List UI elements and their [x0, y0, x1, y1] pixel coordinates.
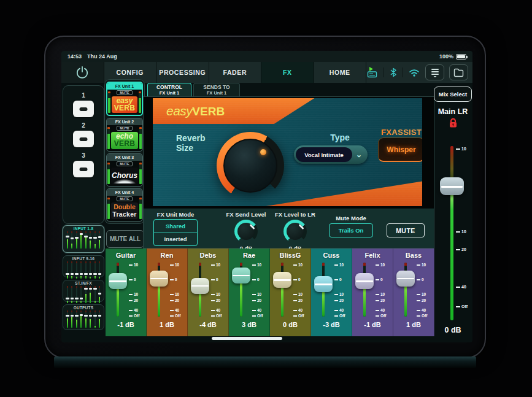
- power-button[interactable]: [61, 62, 104, 83]
- meter-bank-outputs[interactable]: OUTPUTS: [63, 304, 104, 330]
- meter-bank-st-in-fx[interactable]: ST.IN/FX: [63, 280, 104, 302]
- bluetooth-icon[interactable]: [389, 67, 398, 78]
- softkey-label: 3: [82, 152, 85, 159]
- channel-fader-meter: [322, 289, 325, 317]
- channel-fader-meter: [240, 280, 242, 317]
- softkey-1: 1: [73, 92, 94, 117]
- channel-fader-cap[interactable]: [396, 271, 415, 287]
- nav-tab-home[interactable]: HOME: [314, 62, 366, 83]
- reverb-size-knob[interactable]: [217, 132, 284, 199]
- fader-scale-tick: 20: [293, 299, 303, 303]
- fader-scale-label: 10: [134, 293, 138, 296]
- fx-unit-logo-line1: Chorus: [112, 172, 137, 179]
- fader-scale-tick: 10: [170, 263, 179, 267]
- channel-strip-bass[interactable]: Bass100102040Off1 dB: [393, 249, 434, 336]
- fx-level-lr-knob[interactable]: [283, 220, 307, 243]
- fx-unit-tile-1[interactable]: FX Unit 1MUTEeasyVERB: [106, 82, 143, 116]
- mini-fader: [71, 310, 74, 328]
- channel-fader-cap[interactable]: [191, 278, 209, 294]
- fx-unit-meter-right: [139, 198, 142, 219]
- wifi-icon[interactable]: [408, 67, 420, 77]
- fx-tab-subtitle: FX Unit 1: [148, 90, 191, 96]
- meter-bank-input-9-16[interactable]: INPUT 9-16: [63, 255, 104, 277]
- fader-scale-label: 0: [298, 278, 301, 282]
- main-lr-fader: 10102040Off: [436, 146, 472, 323]
- fader-scale-label: 0: [257, 278, 260, 282]
- fader-scale-label: 10: [380, 263, 385, 267]
- mini-fader: [93, 286, 97, 303]
- fader-scale-tick: 0: [376, 278, 383, 282]
- mini-fader: [84, 286, 88, 303]
- mute-mode-label: Mute Mode: [329, 215, 373, 222]
- channel-db-value: -3 dB: [311, 321, 352, 328]
- fader-scale-tick: 0: [170, 278, 177, 282]
- channel-strip-guitar[interactable]: Guitar100102040Off-1 dB: [106, 249, 147, 336]
- channel-fader-cap[interactable]: [314, 276, 333, 292]
- fx-tab-sends-to[interactable]: SENDS TOFX Unit 1: [193, 83, 240, 97]
- mini-fader: [98, 310, 102, 328]
- mode-option-inserted[interactable]: Inserted: [154, 233, 197, 246]
- fx-unit-mute-badge[interactable]: MUTE: [117, 126, 133, 131]
- main-fader-cap[interactable]: [440, 177, 464, 195]
- fx-unit-tile-4[interactable]: FX Unit 4MUTEDoubleTracker: [106, 188, 143, 222]
- fader-scale-label: 40: [134, 309, 138, 312]
- home-indicator[interactable]: [212, 337, 282, 340]
- channel-fader: 100102040Off: [314, 263, 349, 319]
- channel-strip-debs[interactable]: Debs100102040Off-4 dB: [188, 249, 229, 336]
- trails-on-button[interactable]: Trails On: [329, 223, 373, 237]
- fader-scale-tick: Off: [417, 314, 427, 318]
- fx-send-level-knob[interactable]: [234, 220, 258, 243]
- channel-fader-cap[interactable]: [150, 271, 168, 287]
- channel-strip-felix[interactable]: Felix100102040Off-1 dB: [352, 249, 393, 336]
- mini-fader: [80, 310, 83, 328]
- channel-fader-cap[interactable]: [232, 268, 250, 283]
- fx-assist-button[interactable]: Whisper: [378, 137, 422, 162]
- mini-fader: [84, 310, 88, 328]
- fx-unit-mute-badge[interactable]: MUTE: [117, 90, 133, 95]
- mix-select-button[interactable]: Mix Select: [434, 87, 472, 102]
- channel-fader-cap[interactable]: [273, 272, 291, 288]
- library-button[interactable]: [449, 64, 468, 80]
- main-fader-scale-tick: 10: [456, 147, 466, 151]
- fader-scale-label: 40: [339, 309, 344, 312]
- mode-option-shared[interactable]: Shared: [154, 220, 197, 233]
- meter-bank-meters: [66, 231, 101, 249]
- channel-strip-ren[interactable]: Ren100102040Off1 dB: [147, 249, 188, 336]
- fx-assist-logo: FXASSIST: [378, 128, 422, 137]
- channel-fader-cap[interactable]: [355, 273, 374, 289]
- fx-mute-button[interactable]: MUTE: [387, 223, 425, 237]
- fx-unit-mute-badge[interactable]: MUTE: [117, 161, 133, 166]
- nav-tab-processing[interactable]: PROCESSING: [156, 62, 209, 83]
- fx-unit-meter-left: [108, 91, 110, 113]
- mini-fader: [89, 286, 93, 303]
- fx-unit-tile-3[interactable]: FX Unit 3MUTEChorus: [106, 153, 143, 187]
- channel-fader-cap[interactable]: [109, 273, 127, 289]
- scenes-icon[interactable]: [366, 66, 379, 79]
- fader-scale-tick: 0: [252, 278, 260, 282]
- channel-strip-cuss[interactable]: Cuss100102040Off-3 dB: [311, 249, 352, 336]
- channel-strip-rae[interactable]: Rae100102040Off3 dB: [229, 249, 270, 336]
- fx-tab-control[interactable]: CONTROLFX Unit 1: [147, 83, 191, 97]
- fx-unit-tile-2[interactable]: FX Unit 2MUTEechoVERB: [106, 118, 143, 151]
- nav-tab-fx[interactable]: FX: [261, 62, 314, 83]
- status-date: Thu 24 Aug: [87, 53, 117, 60]
- meter-bank-input-1-8[interactable]: INPUT 1-8: [63, 225, 104, 253]
- chevron-down-icon: ⌄: [352, 150, 366, 159]
- type-dropdown[interactable]: Vocal Intimate ⌄: [294, 145, 368, 164]
- fx-unit-logo: DoubleTracker: [111, 202, 138, 219]
- fx-unit-logo-line2: VERB: [114, 140, 136, 147]
- softkey-button-3[interactable]: [73, 161, 94, 177]
- mute-all-button[interactable]: MUTE ALL: [106, 230, 144, 248]
- menu-button[interactable]: [425, 64, 444, 80]
- mini-fader: [98, 286, 102, 303]
- softkey-button-2[interactable]: [73, 131, 94, 147]
- fader-scale-label: Off: [339, 314, 345, 318]
- channel-strip-blissg[interactable]: BlissG100102040Off0 dB: [270, 249, 311, 336]
- channel-fader: 100102040Off: [272, 263, 308, 319]
- lock-icon[interactable]: [447, 117, 459, 129]
- nav-tab-fader[interactable]: FADER: [209, 62, 261, 83]
- fx-unit-mute-badge[interactable]: MUTE: [117, 196, 133, 201]
- softkey-button-1[interactable]: [73, 101, 94, 117]
- mixer-app-screen: 14:53Thu 24 Aug 100% CONFIGPROCESSINGFAD…: [61, 51, 472, 342]
- channel-fader: 100102040Off: [190, 263, 226, 319]
